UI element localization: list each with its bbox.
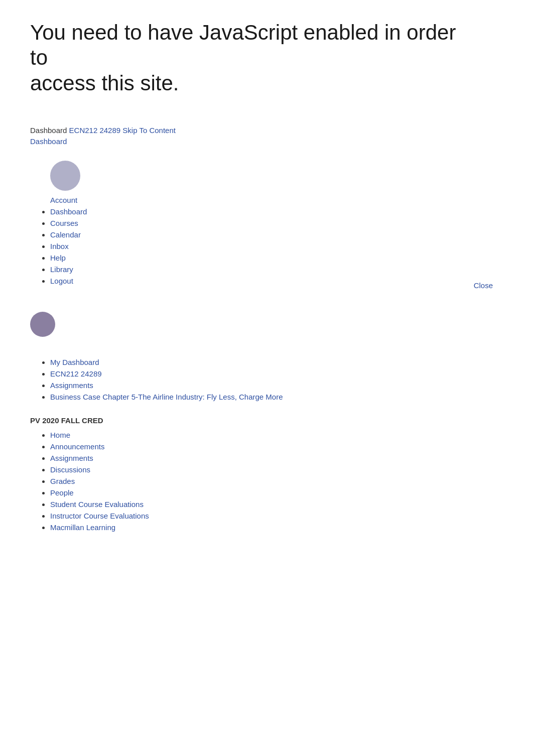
course-nav-list: Home Announcements Assignments Discussio…	[30, 431, 503, 532]
breadcrumb-trail-list: My Dashboard ECN212 24289 Assignments Bu…	[30, 358, 503, 401]
breadcrumb-dashboard-link[interactable]: Dashboard	[30, 137, 503, 146]
course-grades-link[interactable]: Grades	[50, 477, 75, 485]
breadcrumb-skip-link[interactable]: Skip To Content	[122, 126, 176, 135]
nav-empty-item	[50, 288, 503, 297]
avatar	[50, 161, 80, 191]
course-nav-macmillan: Macmillan Learning	[50, 523, 503, 532]
course-home-link[interactable]: Home	[50, 431, 70, 439]
course-nav-instructor-eval: Instructor Course Evaluations	[50, 512, 503, 520]
breadcrumb-my-dashboard-link[interactable]: My Dashboard	[50, 358, 99, 366]
close-button[interactable]: Close	[474, 281, 493, 290]
breadcrumb-trail-item-business-case: Business Case Chapter 5-The Airline Indu…	[50, 393, 503, 401]
nav-calendar-link[interactable]: Calendar	[50, 230, 81, 239]
course-nav-discussions: Discussions	[50, 465, 503, 474]
nav-item-dashboard: Dashboard	[50, 207, 503, 216]
breadcrumb-business-case-link[interactable]: Business Case Chapter 5-The Airline Indu…	[50, 393, 283, 401]
breadcrumb-ecn212-link[interactable]: ECN212 24289	[50, 369, 102, 378]
course-announcements-link[interactable]: Announcements	[50, 442, 104, 451]
course-label: PV 2020 FALL CRED	[30, 416, 503, 425]
nav-library-link[interactable]: Library	[50, 265, 73, 274]
avatar-item: Account	[50, 161, 503, 204]
breadcrumb-dashboard-text: Dashboard	[30, 126, 67, 135]
nav-item-help: Help	[50, 254, 503, 262]
nav-item-calendar: Calendar	[50, 230, 503, 239]
course-assignments-link[interactable]: Assignments	[50, 454, 93, 462]
course-instructor-eval-link[interactable]: Instructor Course Evaluations	[50, 512, 149, 520]
course-nav-assignments: Assignments	[50, 454, 503, 462]
course-people-link[interactable]: People	[50, 488, 74, 497]
js-warning-line1: You need to have JavaScript enabled in o…	[30, 21, 456, 69]
breadcrumb-trail-item-dashboard: My Dashboard	[50, 358, 503, 366]
nav-courses-link[interactable]: Courses	[50, 219, 78, 227]
js-warning-heading: You need to have JavaScript enabled in o…	[30, 20, 472, 96]
nav-help-link[interactable]: Help	[50, 254, 66, 262]
breadcrumb: Dashboard ECN212 24289 Skip To Content D…	[30, 126, 503, 146]
course-nav-student-eval: Student Course Evaluations	[50, 500, 503, 509]
nav-item-logout: Logout	[50, 277, 503, 285]
global-nav: Account Dashboard Courses Calendar Inbox…	[30, 161, 503, 297]
nav-logout-link[interactable]: Logout	[50, 277, 73, 285]
breadcrumb-trail: My Dashboard ECN212 24289 Assignments Bu…	[30, 358, 503, 401]
breadcrumb-trail-item-assignments: Assignments	[50, 381, 503, 390]
nav-item-inbox: Inbox	[50, 242, 503, 250]
course-student-eval-link[interactable]: Student Course Evaluations	[50, 500, 144, 509]
js-warning-line2: access this site.	[30, 71, 179, 95]
breadcrumb-ecn-link[interactable]: ECN212 24289	[69, 126, 121, 135]
sidebar-avatar	[30, 312, 55, 337]
course-nav-people: People	[50, 488, 503, 497]
nav-account-link[interactable]: Account	[50, 196, 77, 204]
nav-item-courses: Courses	[50, 219, 503, 227]
course-nav-home: Home	[50, 431, 503, 439]
nav-dashboard-link[interactable]: Dashboard	[50, 207, 87, 216]
course-nav-grades: Grades	[50, 477, 503, 485]
course-nav-announcements: Announcements	[50, 442, 503, 451]
course-macmillan-link[interactable]: Macmillan Learning	[50, 523, 115, 532]
nav-item-library: Library	[50, 265, 503, 274]
nav-inbox-link[interactable]: Inbox	[50, 242, 69, 250]
global-nav-list: Account Dashboard Courses Calendar Inbox…	[30, 161, 503, 297]
breadcrumb-trail-item-ecn: ECN212 24289	[50, 369, 503, 378]
sidebar-user-area	[30, 312, 503, 343]
course-nav-section: PV 2020 FALL CRED Home Announcements Ass…	[30, 416, 503, 532]
breadcrumb-text: Dashboard ECN212 24289 Skip To Content	[30, 126, 176, 135]
course-discussions-link[interactable]: Discussions	[50, 465, 90, 474]
breadcrumb-assignments-link[interactable]: Assignments	[50, 381, 93, 390]
